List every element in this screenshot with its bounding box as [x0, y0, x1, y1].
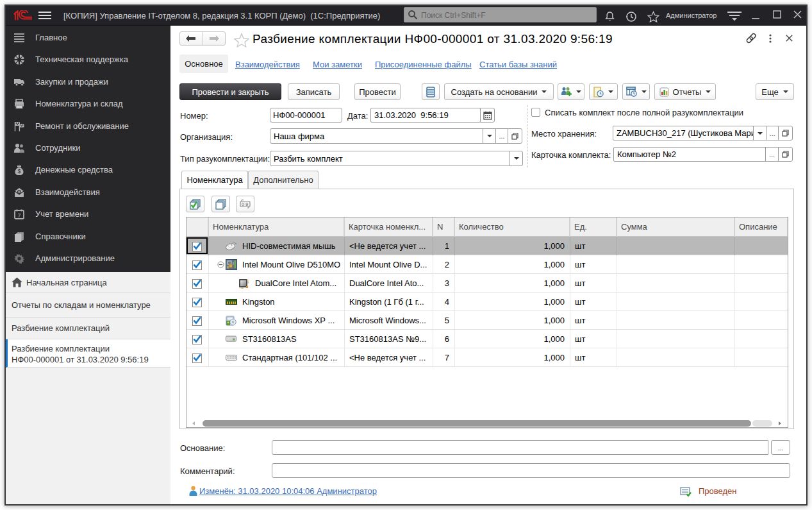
svg-text:0-9: 0-9 — [242, 202, 248, 207]
svg-text:$: $ — [18, 168, 21, 174]
svg-text:7: 7 — [18, 212, 21, 219]
